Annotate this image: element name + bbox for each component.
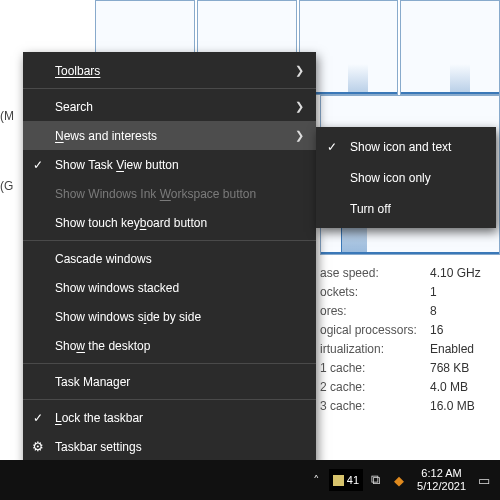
sun-icon — [333, 475, 344, 486]
menu-task-manager[interactable]: Task Manager — [23, 367, 316, 396]
security-icon[interactable]: ◆ — [387, 460, 411, 500]
menu-touch-keyboard[interactable]: Show touch keyboard button — [23, 208, 316, 237]
menu-search[interactable]: Search ❯ — [23, 92, 316, 121]
submenu-show-icon-text[interactable]: ✓ Show icon and text — [316, 131, 496, 162]
menu-side-by-side[interactable]: Show windows side by side — [23, 302, 316, 331]
stat-row: ockets:1 — [320, 282, 492, 301]
taskbar-context-menu: Toolbars ❯ Search ❯ News and interests ❯… — [23, 52, 316, 465]
chevron-right-icon: ❯ — [295, 129, 304, 142]
news-interests-submenu: ✓ Show icon and text Show icon only Turn… — [316, 127, 496, 228]
stat-row: ores:8 — [320, 301, 492, 320]
menu-show-desktop[interactable]: Show the desktop — [23, 331, 316, 360]
menu-separator — [23, 399, 316, 400]
check-icon: ✓ — [33, 411, 43, 425]
temperature: 41 — [347, 474, 359, 486]
chevron-right-icon: ❯ — [295, 100, 304, 113]
stat-row: ase speed:4.10 GHz — [320, 263, 492, 282]
menu-separator — [23, 240, 316, 241]
menu-ink-workspace: Show Windows Ink Workspace button — [23, 179, 316, 208]
gear-icon: ⚙ — [32, 439, 44, 454]
side-cropped-labels: (M (G — [0, 55, 14, 194]
menu-cascade-windows[interactable]: Cascade windows — [23, 244, 316, 273]
menu-separator — [23, 363, 316, 364]
menu-lock-taskbar[interactable]: ✓ Lock the taskbar — [23, 403, 316, 432]
check-icon: ✓ — [33, 158, 43, 172]
menu-stacked-windows[interactable]: Show windows stacked — [23, 273, 316, 302]
stat-row: 3 cache:16.0 MB — [320, 396, 492, 415]
menu-news-and-interests[interactable]: News and interests ❯ — [23, 121, 316, 150]
menu-toolbars[interactable]: Toolbars ❯ — [23, 56, 316, 85]
dropbox-icon[interactable]: ⧉ — [363, 460, 387, 500]
menu-show-task-view[interactable]: ✓ Show Task View button — [23, 150, 316, 179]
cpu-stats-table: ase speed:4.10 GHzockets:1ores:8ogical p… — [320, 263, 492, 415]
clock-date: 5/12/2021 — [417, 480, 466, 493]
stat-row: irtualization:Enabled — [320, 339, 492, 358]
submenu-turn-off[interactable]: Turn off — [316, 193, 496, 224]
system-clock[interactable]: 6:12 AM 5/12/2021 — [411, 467, 472, 492]
windows-taskbar[interactable]: ˄ 41 ⧉ ◆ 6:12 AM 5/12/2021 ▭ — [0, 460, 500, 500]
menu-taskbar-settings[interactable]: ⚙ Taskbar settings — [23, 432, 316, 461]
submenu-show-icon-only[interactable]: Show icon only — [316, 162, 496, 193]
tray-chevron-icon[interactable]: ˄ — [305, 460, 329, 500]
menu-separator — [23, 88, 316, 89]
chevron-right-icon: ❯ — [295, 64, 304, 77]
check-icon: ✓ — [327, 140, 337, 154]
clock-time: 6:12 AM — [417, 467, 466, 480]
stat-row: 1 cache:768 KB — [320, 358, 492, 377]
weather-badge[interactable]: 41 — [329, 469, 363, 491]
stat-row: ogical processors:16 — [320, 320, 492, 339]
stat-row: 2 cache:4.0 MB — [320, 377, 492, 396]
notifications-icon[interactable]: ▭ — [472, 460, 496, 500]
